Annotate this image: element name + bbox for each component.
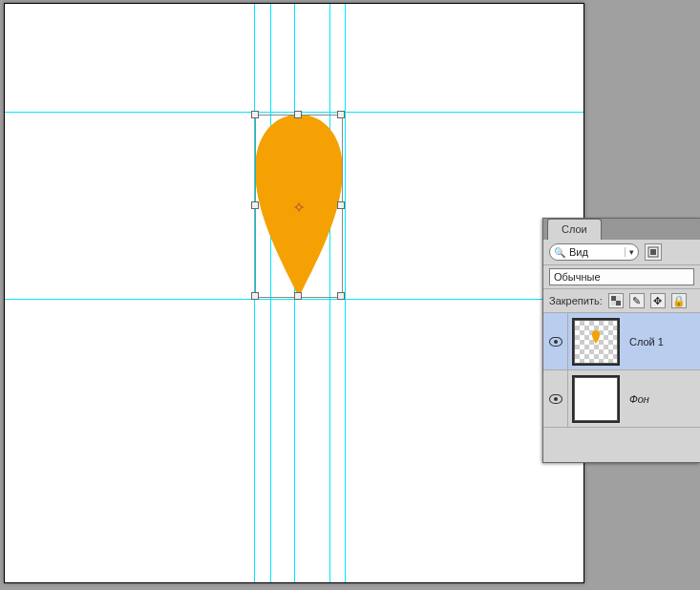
svg-rect-8: [616, 301, 621, 306]
lock-icon: 🔒: [672, 295, 686, 307]
panel-tab-bar: Слои: [543, 219, 700, 240]
transform-handle-n[interactable]: [294, 111, 302, 118]
filter-icon: [647, 246, 659, 258]
transform-handle-e[interactable]: [337, 201, 345, 209]
search-icon: 🔍: [554, 247, 565, 258]
transform-anchor-icon[interactable]: [294, 202, 304, 212]
layer-filter-dropdown[interactable]: 🔍 Вид ▾: [549, 243, 639, 261]
lock-row: Закрепить: ✎ ✥ 🔒: [543, 289, 700, 313]
layer-visibility-toggle[interactable]: [543, 370, 568, 427]
layers-filter-toolbar: 🔍 Вид ▾: [543, 240, 700, 265]
lock-label: Закрепить:: [549, 295, 603, 306]
layer-filter-label: Вид: [569, 246, 621, 258]
layer-thumbnail-col: [568, 320, 624, 364]
canvas[interactable]: [4, 3, 584, 583]
blend-mode-value: Обычные: [554, 271, 601, 283]
svg-point-0: [297, 205, 302, 210]
transform-handle-ne[interactable]: [337, 111, 345, 118]
chevron-updown-icon: ▾: [625, 247, 634, 257]
transform-handle-sw[interactable]: [251, 292, 259, 300]
svg-rect-10: [611, 301, 616, 306]
layer-visibility-toggle[interactable]: [543, 313, 568, 369]
svg-rect-7: [611, 296, 616, 301]
vertical-guide[interactable]: [345, 4, 346, 582]
transform-handle-w[interactable]: [251, 201, 259, 209]
move-icon: ✥: [653, 295, 662, 307]
lock-all-button[interactable]: 🔒: [671, 293, 687, 308]
layers-list: Слой 1 Фон: [543, 313, 700, 462]
brush-icon: ✎: [632, 295, 641, 307]
layer-thumbnail[interactable]: [574, 320, 618, 364]
tab-layers[interactable]: Слои: [547, 219, 602, 240]
eye-icon: [549, 337, 562, 347]
transparency-icon: [611, 296, 621, 306]
blend-mode-dropdown[interactable]: Обычные: [549, 268, 694, 285]
lock-pixels-button[interactable]: [608, 293, 624, 308]
eye-icon: [549, 394, 562, 404]
layer-row[interactable]: Слой 1: [543, 313, 700, 370]
thumbnail-shape-icon: [592, 330, 600, 344]
lock-paint-button[interactable]: ✎: [629, 293, 645, 308]
transform-handle-se[interactable]: [337, 292, 345, 300]
transform-handle-nw[interactable]: [251, 111, 259, 118]
layer-thumbnail[interactable]: [574, 377, 618, 421]
layer-name[interactable]: Фон: [624, 393, 700, 405]
layer-row[interactable]: Фон: [543, 370, 700, 428]
blend-mode-row: Обычные: [543, 265, 700, 289]
transform-handle-s[interactable]: [294, 292, 302, 300]
layer-thumbnail-col: [568, 377, 624, 421]
svg-rect-9: [616, 296, 621, 301]
filter-toggle-button[interactable]: [645, 243, 662, 261]
transform-bounding-box[interactable]: [255, 115, 343, 298]
svg-rect-6: [650, 249, 656, 255]
layer-name[interactable]: Слой 1: [624, 336, 700, 348]
layers-panel: Слои 🔍 Вид ▾ Обычные Закрепить: ✎: [542, 218, 700, 463]
lock-position-button[interactable]: ✥: [650, 293, 666, 308]
